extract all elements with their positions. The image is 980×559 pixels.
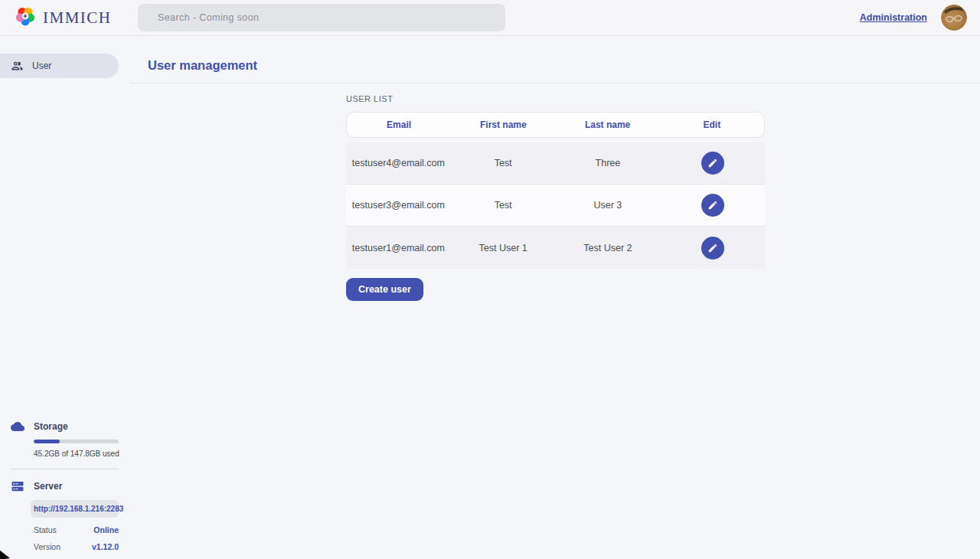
top-navbar: IMMICH Administration	[0, 0, 980, 36]
edit-user-button[interactable]	[701, 152, 724, 175]
cell-email: testuser4@email.com	[346, 158, 451, 168]
pencil-icon	[707, 158, 718, 168]
column-header-edit: Edit	[660, 119, 764, 130]
cell-email: testuser3@email.com	[346, 200, 451, 211]
column-header-email: Email	[347, 119, 451, 130]
storage-title: Storage	[34, 421, 68, 432]
cell-first-name: Test	[451, 200, 556, 211]
main-content: User management USER LIST Email First na…	[130, 36, 980, 559]
immich-logo-icon	[14, 5, 37, 31]
sidebar-footer: Storage 45.2GB of 147.8GB used	[0, 420, 130, 551]
status-value: Online	[93, 525, 119, 534]
version-label: Version	[34, 542, 60, 551]
users-icon	[11, 60, 24, 73]
sidebar-item-label: User	[32, 60, 51, 71]
cell-last-name: Test User 2	[556, 243, 661, 253]
column-header-first-name: First name	[451, 119, 555, 130]
cell-first-name: Test	[451, 158, 556, 168]
version-value: v1.12.0	[92, 542, 119, 551]
server-version-row: Version v1.12.0	[34, 542, 119, 551]
sidebar-divider	[11, 469, 119, 469]
page-title: User management	[130, 36, 980, 73]
pencil-icon	[707, 243, 718, 253]
search-input[interactable]	[138, 4, 505, 31]
cell-email: testuser1@email.com	[346, 243, 451, 253]
create-user-button[interactable]: Create user	[346, 278, 423, 301]
avatar[interactable]	[941, 5, 967, 31]
storage-progress-bar	[34, 440, 119, 443]
server-status-row: Status Online	[34, 525, 119, 534]
table-row: testuser3@email.com Test User 3	[346, 185, 765, 227]
table-row: testuser1@email.com Test User 1 Test Use…	[346, 227, 765, 269]
pencil-icon	[707, 200, 718, 211]
user-list-heading: USER LIST	[346, 94, 765, 103]
user-table: testuser4@email.com Test Three testuser3…	[346, 142, 765, 269]
storage-usage-text: 45.2GB of 147.8GB used	[34, 449, 130, 458]
table-row: testuser4@email.com Test Three	[346, 142, 765, 185]
column-header-last-name: Last name	[556, 119, 660, 130]
server-url: http://192.168.1.216:2283	[31, 500, 119, 518]
server-title: Server	[34, 481, 62, 492]
sidebar-item-user[interactable]: User	[0, 54, 119, 78]
server-icon	[11, 479, 24, 493]
edit-user-button[interactable]	[701, 237, 724, 260]
table-header: Email First name Last name Edit	[346, 112, 765, 138]
edit-user-button[interactable]	[701, 194, 724, 217]
storage-progress-fill	[34, 440, 60, 443]
cell-last-name: User 3	[556, 200, 661, 211]
cell-last-name: Three	[556, 158, 661, 168]
brand[interactable]: IMMICH	[14, 5, 138, 31]
cell-first-name: Test User 1	[451, 243, 556, 253]
administration-link[interactable]: Administration	[860, 12, 927, 23]
status-label: Status	[34, 525, 57, 534]
cloud-icon	[11, 420, 24, 433]
title-divider	[130, 83, 980, 83]
brand-name: IMMICH	[43, 8, 112, 28]
sidebar: User Storage 45.2GB of 147.8GB used	[0, 36, 130, 559]
